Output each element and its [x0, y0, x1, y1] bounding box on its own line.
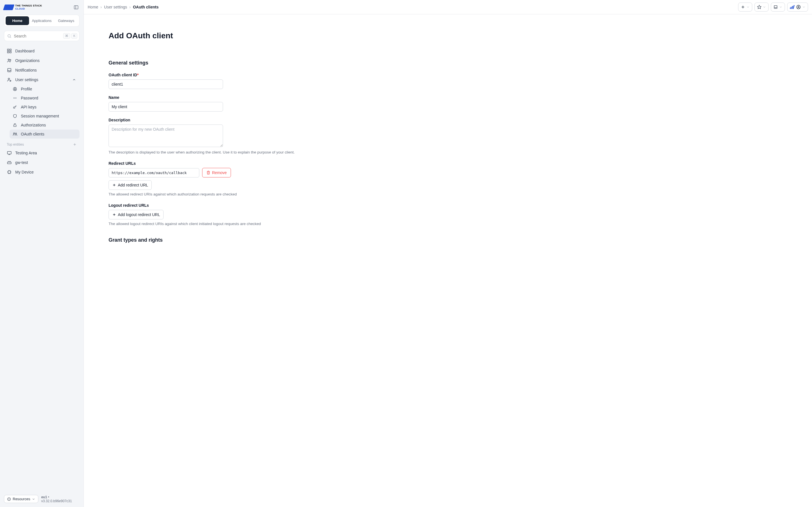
- sidebar-header: THE THINGS STACK CLOUD: [4, 4, 80, 11]
- svg-rect-45: [790, 7, 792, 9]
- breadcrumb-home[interactable]: Home: [88, 5, 98, 9]
- trash-icon: [206, 171, 210, 175]
- topbar-actions: [738, 3, 808, 11]
- tab-applications[interactable]: Applications: [29, 16, 54, 25]
- entity-my-device[interactable]: My Device: [4, 167, 80, 177]
- svg-rect-5: [10, 49, 11, 50]
- svg-rect-7: [10, 52, 11, 53]
- entity-testing-area[interactable]: Testing Area: [4, 148, 80, 158]
- sidebar-item-dashboard[interactable]: Dashboard: [4, 46, 80, 56]
- subnav-label: Profile: [21, 87, 32, 91]
- svg-line-3: [10, 37, 11, 38]
- svg-point-19: [13, 133, 15, 134]
- svg-point-11: [10, 80, 11, 81]
- sidebar-footer: Resources eu1 • v3.32.0.b96e907c31: [4, 495, 80, 503]
- inbox-button[interactable]: [771, 3, 785, 11]
- search-icon: [7, 34, 11, 39]
- page-title: Add OAuth client: [109, 31, 362, 40]
- svg-point-9: [10, 59, 11, 61]
- subnav-label: API keys: [21, 105, 36, 109]
- description-input[interactable]: [109, 124, 223, 147]
- field-logout-redirect-urls: Logout redirect URLs Add logout redirect…: [109, 203, 362, 226]
- remove-redirect-button[interactable]: Remove: [202, 168, 231, 177]
- entity-gw-test[interactable]: gw-test: [4, 158, 80, 167]
- main: Home › User settings › OAuth clients: [84, 0, 812, 507]
- field-description: Description The description is displayed…: [109, 118, 362, 154]
- topbar: Home › User settings › OAuth clients: [84, 0, 812, 14]
- field-client-id: OAuth client ID*: [109, 73, 223, 89]
- add-button[interactable]: [738, 3, 752, 11]
- account-button[interactable]: [787, 3, 808, 11]
- subnav-api-keys[interactable]: API keys: [10, 103, 80, 112]
- add-redirect-button[interactable]: Add redirect URL: [109, 180, 152, 190]
- logout-help: The allowed logout redirect URIs against…: [109, 222, 306, 226]
- subnav-label: OAuth clients: [21, 132, 44, 136]
- tab-gateways[interactable]: Gateways: [54, 16, 78, 25]
- sidebar-item-notifications[interactable]: Notifications: [4, 65, 80, 75]
- chevron-right-icon: ›: [100, 5, 102, 9]
- sidebar-item-label: Organizations: [15, 58, 40, 63]
- subnav-label: Authorizations: [21, 123, 46, 127]
- sidebar-item-label: User settings: [15, 77, 38, 82]
- key-icon: [12, 105, 17, 110]
- inbox-icon: [7, 68, 12, 73]
- plus-icon: [112, 183, 116, 187]
- resources-button[interactable]: Resources: [4, 495, 38, 503]
- chevron-down-icon: [779, 5, 782, 9]
- svg-point-49: [798, 6, 799, 7]
- logo-text-top: THE THINGS STACK: [15, 4, 42, 7]
- search-input[interactable]: [14, 34, 63, 38]
- sidebar-item-organizations[interactable]: Organizations: [4, 56, 80, 65]
- svg-rect-47: [793, 5, 795, 9]
- sidebar: THE THINGS STACK CLOUD Home Applications…: [0, 0, 84, 507]
- info-icon: [7, 497, 11, 501]
- subnav-session-management[interactable]: Session management: [10, 112, 80, 121]
- tab-home[interactable]: Home: [6, 16, 29, 25]
- svg-rect-29: [8, 171, 11, 173]
- breadcrumb-user-settings[interactable]: User settings: [104, 5, 127, 9]
- subnav-profile[interactable]: Profile: [10, 84, 80, 94]
- svg-point-17: [13, 107, 15, 108]
- user-settings-subnav: Profile Password API keys Session manage…: [4, 84, 80, 138]
- search-box[interactable]: ⌘ K: [4, 31, 80, 41]
- svg-rect-0: [74, 6, 78, 9]
- subnav-oauth-clients[interactable]: OAuth clients: [10, 129, 80, 138]
- plus-icon[interactable]: [73, 143, 77, 147]
- client-id-input[interactable]: [109, 79, 223, 89]
- logo[interactable]: THE THINGS STACK CLOUD: [4, 4, 42, 10]
- svg-marker-43: [757, 5, 761, 9]
- profile-icon: [12, 87, 17, 92]
- subnav-authorizations[interactable]: Authorizations: [10, 121, 80, 129]
- search-shortcut: ⌘ K: [63, 33, 77, 39]
- chevron-down-icon: [763, 5, 766, 9]
- chevron-right-icon: ›: [130, 5, 131, 9]
- chevron-down-icon: [802, 5, 806, 9]
- svg-point-20: [15, 133, 17, 134]
- section-grant-types: Grant types and rights: [109, 237, 362, 243]
- subnav-label: Password: [21, 96, 38, 100]
- cluster-info: eu1 • v3.32.0.b96e907c31: [41, 495, 80, 503]
- svg-rect-4: [7, 49, 9, 50]
- star-icon: [757, 5, 762, 9]
- sidebar-item-label: Dashboard: [15, 49, 35, 53]
- inbox-icon: [773, 5, 778, 9]
- sidebar-item-user-settings[interactable]: User settings: [4, 75, 80, 84]
- add-logout-redirect-button[interactable]: Add logout redirect URL: [109, 210, 163, 219]
- description-label: Description: [109, 118, 362, 122]
- subnav-password[interactable]: Password: [10, 94, 80, 103]
- redirect-url-input[interactable]: [109, 168, 199, 177]
- svg-rect-23: [7, 152, 11, 154]
- section-general-settings: General settings: [109, 60, 362, 66]
- field-name: Name: [109, 95, 223, 112]
- name-input[interactable]: [109, 102, 223, 112]
- chevron-down-icon: [32, 497, 35, 501]
- entity-label: gw-test: [15, 160, 28, 165]
- content: Add OAuth client General settings OAuth …: [84, 14, 812, 507]
- breadcrumb-oauth-clients[interactable]: OAuth clients: [133, 5, 158, 9]
- dashboard-icon: [7, 48, 12, 54]
- application-icon: [7, 151, 12, 156]
- star-button[interactable]: [755, 3, 769, 11]
- collapse-sidebar-button[interactable]: [73, 4, 80, 11]
- password-icon: [12, 96, 17, 101]
- nav-tabs: Home Applications Gateways: [4, 15, 80, 27]
